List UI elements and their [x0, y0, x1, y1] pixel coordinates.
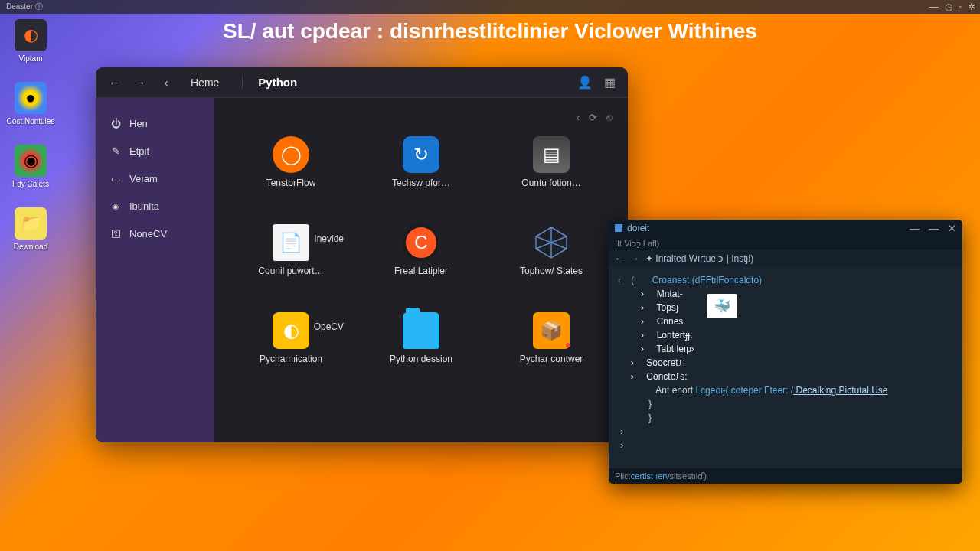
file-item[interactable]: Python dession: [360, 312, 482, 389]
file-icon: ▤: [533, 136, 570, 173]
file-label: Ountu fotion…: [521, 178, 580, 188]
page-title: SL/ aut cpdear : disnrhestlitclinier Vic…: [207, 19, 773, 44]
content-toolbar: ‹ ⟳ ⎋: [230, 106, 612, 129]
file-label: Pychar contwer: [520, 354, 583, 364]
file-item[interactable]: ◯TenstorFlow: [230, 136, 352, 213]
terminal-statusbar: Plic: certist ıerv sitsestılɗ): [609, 468, 962, 484]
file-icon: 📦: [533, 312, 570, 349]
app-icon: ◉: [15, 145, 47, 177]
filter-icon[interactable]: ⎋: [606, 112, 612, 123]
sidebar-item-label: NoneCV: [129, 228, 167, 240]
system-tray: — ◷ ▫ ✲: [929, 2, 975, 12]
desktop-icon-viptam[interactable]: ◐ Viptam: [4, 19, 57, 63]
sidebar-item-label: Veıam: [129, 173, 158, 184]
terminal-content[interactable]: ‹ ( Croanest (dFFtılFoncaldto) › Mntat- …: [609, 267, 962, 468]
edit-icon: ✎: [109, 145, 122, 157]
back-icon[interactable]: ‹: [577, 112, 580, 123]
file-manager-titlebar: ← → ‹ Heme Python 👤 ▦: [96, 67, 628, 98]
file-label: Freal Latipler: [394, 266, 448, 276]
terminal-titlebar[interactable]: doıeit — — ✕: [609, 220, 962, 236]
desktop-icons: ◐ Viptam ● Cost Nontules ◉ Fdy Calets 📁 …: [4, 19, 57, 251]
file-label: Counil puwort…: [258, 266, 323, 276]
icon-label: Dewnload: [14, 243, 47, 251]
file-label: Python dession: [390, 354, 452, 364]
nav-forward-button[interactable]: →: [131, 73, 149, 92]
file-icon: 📄: [273, 224, 309, 261]
terminal-title: doıeit: [627, 223, 649, 233]
file-label: Techsw pfor…: [392, 178, 450, 188]
close-button[interactable]: ✕: [948, 223, 956, 234]
terminal-menu[interactable]: IIt Viɔɔ̨ Lafl): [609, 236, 962, 250]
sidebar-item-veiam[interactable]: ▭Veıam: [96, 165, 214, 192]
settings-icon[interactable]: ✲: [968, 2, 975, 12]
file-icon: ↻: [403, 136, 439, 173]
breadcrumb-home[interactable]: Heme: [183, 73, 227, 92]
diamond-icon: ◈: [109, 200, 122, 212]
icon-label: Viptam: [19, 54, 43, 63]
file-item[interactable]: ↻Techsw pfor…: [360, 136, 482, 213]
app-icon: ●: [15, 82, 47, 114]
minimize-button[interactable]: —: [910, 223, 920, 234]
file-item[interactable]: 📄Counil puwort…: [230, 224, 352, 301]
sidebar-item-label: Etpit: [129, 145, 149, 157]
icon-label: Fdy Calets: [12, 180, 49, 188]
desktop-icon-download[interactable]: 📁 Dewnload: [4, 207, 57, 251]
file-icon: ◐: [273, 312, 309, 349]
sidebar-item-ibunita[interactable]: ◈Ibunita: [96, 192, 214, 220]
terminal-toolbar: ← → ✦ Inralted Wırtue ɔ | Instɟl): [609, 250, 962, 267]
terminal-link[interactable]: Decalking Pictutal Use: [793, 385, 887, 396]
power-icon: ⏻: [109, 117, 122, 129]
key-icon: ⚿: [109, 227, 122, 240]
refresh-icon[interactable]: ⟳: [589, 112, 597, 123]
terminal-path: ✦ Inralted Wırtue ɔ | Instɟl): [645, 253, 753, 264]
file-manager-content: ‹ ⟳ ⎋ ◯TenstorFlow↻Techsw pfor…▤Ountu fo…: [214, 98, 628, 442]
file-item[interactable]: CFreal Latipler: [360, 224, 482, 301]
file-icon: [403, 312, 439, 349]
sidebar-item-label: Ibunita: [129, 201, 159, 212]
nav-up-button[interactable]: ‹: [157, 73, 175, 92]
file-item[interactable]: 📦Pychar contwer: [490, 312, 612, 389]
forward-icon[interactable]: →: [630, 253, 639, 264]
file-icon: ◯: [273, 136, 309, 173]
file-label: Pycharnıication: [260, 354, 322, 364]
view-options-icon[interactable]: ▦: [600, 73, 619, 92]
file-icon: [533, 224, 570, 261]
breadcrumb-current[interactable]: Python: [242, 76, 297, 89]
maximize-button[interactable]: —: [929, 223, 939, 234]
terminal-app-icon: [615, 224, 622, 232]
docker-thumbnail-icon: [707, 294, 737, 318]
file-grid: ◯TenstorFlow↻Techsw pfor…▤Ountu fotion…📄…: [230, 129, 612, 435]
top-panel: Deaster ⓘ: [0, 0, 980, 14]
file-item[interactable]: ◐Pycharnıication: [230, 312, 352, 389]
nav-back-button[interactable]: ←: [105, 73, 123, 92]
back-icon[interactable]: ←: [615, 253, 624, 264]
file-item[interactable]: Tophow/ States: [490, 224, 612, 301]
minimize-icon[interactable]: —: [929, 2, 939, 12]
file-icon: C: [403, 224, 439, 261]
sidebar-item-hen[interactable]: ⏻Hen: [96, 109, 214, 137]
restore-icon[interactable]: ▫: [959, 2, 962, 12]
file-label: Tophow/ States: [520, 266, 583, 276]
terminal-window: doıeit — — ✕ IIt Viɔɔ̨ Lafl) ← → ✦ Inral…: [609, 220, 962, 484]
icon-label: Cost Nontules: [7, 117, 55, 126]
sidebar-item-label: Hen: [129, 118, 148, 129]
folder-icon: 📁: [15, 207, 47, 240]
app-icon: ◐: [15, 19, 47, 51]
user-icon[interactable]: 👤: [576, 73, 594, 92]
sidebar-item-etpit[interactable]: ✎Etpit: [96, 137, 214, 165]
clock-icon[interactable]: ◷: [945, 2, 952, 12]
file-label: TenstorFlow: [266, 178, 316, 188]
desktop-icon-cost[interactable]: ● Cost Nontules: [4, 82, 57, 126]
file-manager-sidebar: ⏻Hen ✎Etpit ▭Veıam ◈Ibunita ⚿NoneCV: [96, 98, 214, 442]
top-panel-label: Deaster ⓘ: [6, 2, 43, 12]
card-icon: ▭: [109, 172, 122, 184]
desktop-icon-fdy[interactable]: ◉ Fdy Calets: [4, 145, 57, 188]
sidebar-item-nonecv[interactable]: ⚿NoneCV: [96, 220, 214, 247]
file-manager-window: ← → ‹ Heme Python 👤 ▦ ⏻Hen ✎Etpit ▭Veıam…: [96, 67, 628, 442]
file-item[interactable]: ▤Ountu fotion…: [490, 136, 612, 213]
